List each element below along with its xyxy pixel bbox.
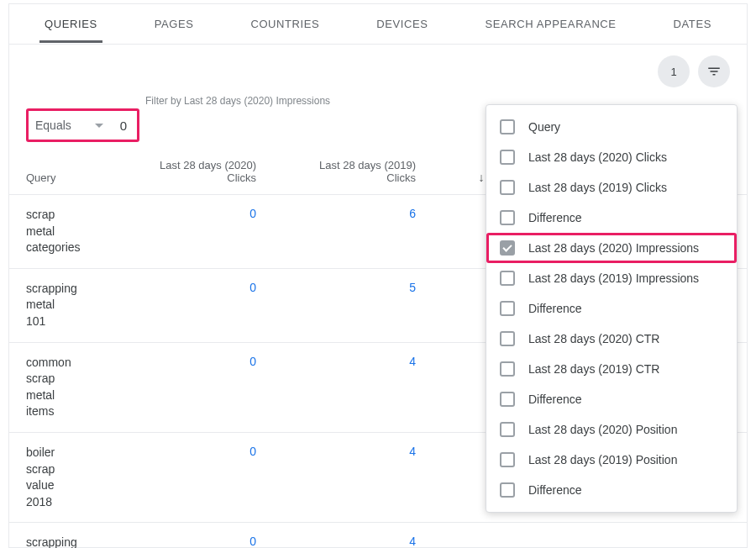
filter-operator-select[interactable]: Equals xyxy=(35,119,103,132)
tab-devices[interactable]: DEVICES xyxy=(371,6,433,43)
checkbox-icon xyxy=(500,422,515,437)
filter-button[interactable] xyxy=(698,55,730,87)
clicks-2019-cell[interactable]: 6 xyxy=(286,207,446,220)
clicks-2019-cell[interactable]: 4 xyxy=(286,355,446,368)
clicks-2020-cell[interactable]: 0 xyxy=(127,207,286,220)
checkbox-icon xyxy=(500,210,515,225)
query-cell[interactable]: boilerscrapvalue2018 xyxy=(26,445,127,510)
filter-highlight: Equals 0 xyxy=(26,108,139,142)
table-row: scrapping10104 xyxy=(9,523,747,548)
tab-queries[interactable]: QUERIES xyxy=(39,6,102,43)
clicks-2020-cell[interactable]: 0 xyxy=(127,445,286,458)
filter-option[interactable]: Last 28 days (2019) Position xyxy=(486,445,737,475)
filter-option-label: Difference xyxy=(528,211,582,224)
filter-option-label: Difference xyxy=(528,483,582,497)
clicks-2019-cell[interactable]: 4 xyxy=(286,535,446,548)
tab-dates[interactable]: DATES xyxy=(669,6,717,43)
checkbox-icon xyxy=(500,150,515,165)
filter-value-input[interactable]: 0 xyxy=(120,119,130,133)
checkbox-icon xyxy=(500,240,515,256)
header-clicks-2020[interactable]: Last 28 days (2020) Clicks xyxy=(127,159,286,184)
clicks-2019-cell[interactable]: 5 xyxy=(286,281,446,294)
header-query[interactable]: Query xyxy=(26,171,127,184)
checkbox-icon xyxy=(500,482,515,498)
filter-option-label: Last 28 days (2020) Clicks xyxy=(528,150,667,164)
filter-option-label: Last 28 days (2019) Clicks xyxy=(528,181,667,194)
query-cell[interactable]: scrapping101 xyxy=(26,535,127,548)
filter-option-label: Last 28 days (2020) CTR xyxy=(528,332,659,345)
filter-option[interactable]: Difference xyxy=(486,384,737,414)
filter-icon xyxy=(706,64,722,79)
checkbox-icon xyxy=(500,271,515,286)
checkbox-icon xyxy=(500,392,515,407)
filter-option[interactable]: Difference xyxy=(486,293,737,324)
filter-option-label: Last 28 days (2020) Position xyxy=(528,423,677,436)
filter-column-dropdown[interactable]: QueryLast 28 days (2020) ClicksLast 28 d… xyxy=(486,104,738,513)
header-clicks-2019[interactable]: Last 28 days (2019) Clicks xyxy=(286,159,446,184)
query-cell[interactable]: scrapmetalcategories xyxy=(26,207,127,256)
filter-option[interactable]: Last 28 days (2020) Position xyxy=(486,414,737,445)
clicks-2020-cell[interactable]: 0 xyxy=(127,535,286,548)
query-cell[interactable]: scrappingmetal101 xyxy=(26,281,127,330)
clicks-2020-cell[interactable]: 0 xyxy=(127,281,286,294)
tab-pages[interactable]: PAGES xyxy=(150,6,199,43)
filter-option-label: Difference xyxy=(528,302,582,315)
filter-option-label: Last 28 days (2019) CTR xyxy=(528,362,659,376)
filter-option[interactable]: Last 28 days (2020) Clicks xyxy=(486,142,737,172)
active-filters-count-button[interactable]: 1 xyxy=(658,55,690,87)
clicks-2019-cell[interactable]: 4 xyxy=(286,445,446,458)
filter-option-label: Difference xyxy=(528,393,582,406)
filter-option[interactable]: Last 28 days (2019) Impressions xyxy=(486,263,737,293)
tab-bar: QUERIESPAGESCOUNTRIESDEVICESSEARCH APPEA… xyxy=(9,4,747,45)
filter-option[interactable]: Last 28 days (2020) CTR xyxy=(486,324,737,354)
checkbox-icon xyxy=(500,331,515,346)
filter-option-label: Last 28 days (2019) Position xyxy=(528,453,677,466)
checkbox-icon xyxy=(500,301,515,316)
filter-option[interactable]: Last 28 days (2019) Clicks xyxy=(486,172,737,203)
checkbox-icon xyxy=(500,361,515,377)
filter-option[interactable]: Difference xyxy=(486,475,737,505)
checkbox-icon xyxy=(500,180,515,195)
chevron-down-icon xyxy=(95,124,103,128)
tab-countries[interactable]: COUNTRIES xyxy=(245,6,324,43)
filter-option-label: Query xyxy=(528,120,560,134)
query-cell[interactable]: commonscrapmetalitems xyxy=(26,355,127,420)
checkbox-icon xyxy=(500,452,515,467)
filter-option-label: Last 28 days (2019) Impressions xyxy=(528,271,699,285)
filter-option[interactable]: Last 28 days (2019) CTR xyxy=(486,354,737,384)
tab-search-appearance[interactable]: SEARCH APPEARANCE xyxy=(480,6,622,43)
filter-option[interactable]: Last 28 days (2020) Impressions xyxy=(486,233,737,263)
toolbar: 1 xyxy=(9,45,747,88)
filter-operator-label: Equals xyxy=(35,119,71,132)
clicks-2020-cell[interactable]: 0 xyxy=(127,355,286,368)
checkbox-icon xyxy=(500,119,515,134)
filter-option[interactable]: Query xyxy=(486,112,737,142)
filter-option-label: Last 28 days (2020) Impressions xyxy=(528,241,699,255)
filter-count-text: 1 xyxy=(670,66,676,78)
filter-option[interactable]: Difference xyxy=(486,203,737,233)
